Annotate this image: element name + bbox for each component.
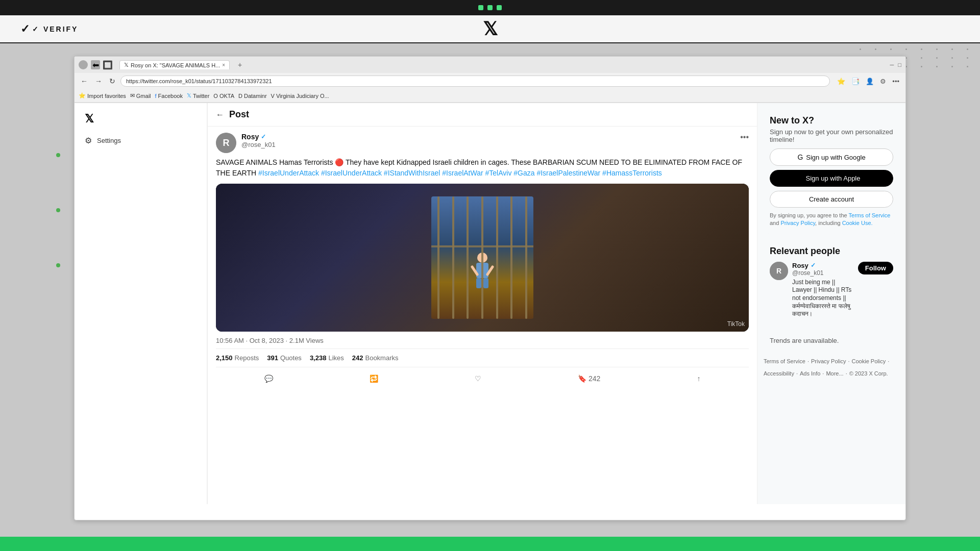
facebook-label: Facebook	[158, 93, 183, 99]
nav-refresh-btn[interactable]: ↻	[107, 76, 117, 86]
import-icon: ⭐	[79, 92, 86, 99]
relevant-people-section: Relevant people R Rosy ✓ @rose_k01	[764, 240, 899, 324]
bookmark-facebook[interactable]: f Facebook	[155, 93, 183, 99]
dataminr-label: Dataminr	[244, 93, 267, 99]
nav-forward-btn[interactable]: →	[93, 76, 104, 86]
more-icon[interactable]: •••	[890, 77, 901, 86]
verify-check-icon: ✓	[20, 22, 30, 36]
virginia-label: Virginia Judiciary O...	[276, 93, 329, 99]
settings-gear-icon: ⚙	[85, 136, 92, 145]
settings-icon[interactable]: ⚙	[878, 77, 888, 86]
tweet-more-btn[interactable]: •••	[740, 133, 749, 142]
footer-cookie-link[interactable]: Cookie Policy	[852, 357, 886, 367]
footer-privacy-link[interactable]: Privacy Policy	[811, 357, 846, 367]
browser-profile-avatar	[79, 60, 88, 69]
relevant-person-name[interactable]: Rosy ✓	[792, 262, 854, 269]
tab-close-btn[interactable]: ×	[222, 62, 225, 68]
follow-button[interactable]: Follow	[858, 262, 893, 274]
tweet-reposts-stat[interactable]: 2,150 Reposts	[216, 354, 259, 362]
gmail-icon: ✉	[130, 92, 135, 99]
terms-of-service-link[interactable]: Terms of Service	[849, 212, 891, 218]
tweet-bookmarks-stat[interactable]: 242 Bookmarks	[352, 354, 399, 362]
new-tab-btn[interactable]: +	[235, 60, 245, 70]
browser-active-tab[interactable]: 𝕏 Rosy on X: "SAVAGE ANIMALS H... ×	[119, 60, 230, 69]
bookmarks-bar: ⭐ Import favorites ✉ Gmail f Facebook 𝕏 …	[75, 89, 905, 103]
bookmark-import-favorites[interactable]: ⭐ Import favorites	[79, 92, 126, 99]
bookmark-icon[interactable]: 📑	[849, 77, 862, 86]
address-bar[interactable]: https://twitter.com/rose_k01/status/1711…	[120, 76, 830, 87]
relevant-person-bio: Just being me || Lawyer || Hindu || RTs …	[792, 279, 854, 318]
bookmark-action-btn[interactable]: 🔖 242	[573, 371, 605, 386]
settings-label: Settings	[97, 137, 121, 144]
bookmark-dataminr[interactable]: D Dataminr	[238, 93, 267, 99]
tweet-container: R Rosy ✓ @rose_k01 ••• SAVAGE ANIMALS Ha…	[208, 127, 757, 396]
twitter-footer-links: Terms of Service · Privacy Policy · Cook…	[764, 357, 899, 379]
top-bar-dot-2	[487, 5, 493, 10]
relevant-person-info: Rosy ✓ @rose_k01 Just being me || Lawyer…	[792, 262, 854, 318]
gmail-label: Gmail	[136, 93, 151, 99]
footer-ads-link[interactable]: Ads Info	[800, 369, 820, 379]
relevant-verified-badge: ✓	[811, 262, 816, 269]
tweet-hashtags[interactable]: #IsraelUnderAttack #IsraelUnderAttack #I…	[258, 169, 662, 177]
import-label: Import favorites	[87, 93, 126, 99]
tiktok-watermark: TikTok	[727, 320, 745, 328]
repost-icon: 🔁	[370, 374, 378, 383]
twitter-sidebar: 𝕏 ⚙ Settings	[75, 103, 207, 504]
bookmark-count: 242	[589, 374, 600, 383]
relevant-person-row: R Rosy ✓ @rose_k01 Just being me || Lawy…	[770, 262, 893, 318]
signup-terms-text: By signing up, you agree to the Terms of…	[770, 212, 893, 228]
cookie-use-link[interactable]: Cookie Use.	[842, 220, 873, 226]
bookmark-okta[interactable]: O OKTA	[213, 93, 234, 99]
privacy-policy-link[interactable]: Privacy Policy	[780, 220, 815, 226]
tweet-author-avatar[interactable]: R	[216, 133, 236, 153]
verify-logo: ✓ ✓ VERIFY	[20, 22, 78, 36]
tweet-views: 2.1M Views	[289, 337, 324, 344]
tweet-text-body: SAVAGE ANIMALS Hamas Terrorists 🔴 They h…	[216, 157, 749, 179]
share-action-btn[interactable]: ↑	[692, 371, 705, 386]
browser-btn-1[interactable]: ⬅	[91, 60, 100, 69]
profile-icon[interactable]: 👤	[864, 77, 876, 86]
footer-accessibility-link[interactable]: Accessibility	[764, 369, 794, 379]
bookmark-twitter[interactable]: 𝕏 Twitter	[187, 92, 209, 99]
repost-action-btn[interactable]: 🔁	[364, 371, 383, 386]
tweet-media-image[interactable]: TikTok	[216, 184, 749, 332]
twitter-main-content: ← Post R Rosy ✓	[207, 103, 757, 504]
tweet-likes-stat[interactable]: 3,238 Likes	[310, 354, 344, 362]
bookmark-gmail[interactable]: ✉ Gmail	[130, 92, 151, 99]
cage-bars	[431, 196, 533, 319]
create-account-btn[interactable]: Create account	[770, 191, 893, 208]
like-action-btn[interactable]: ♡	[470, 371, 486, 386]
new-to-x-section: New to X? Sign up now to get your own pe…	[764, 109, 899, 234]
reply-action-btn[interactable]: 💬	[259, 371, 278, 386]
heart-icon: ♡	[475, 374, 481, 383]
nav-icons: ⭐ 📑 👤 ⚙ •••	[835, 77, 901, 86]
tweet-quotes-stat[interactable]: 391 Quotes	[267, 354, 302, 362]
bottom-green-bar	[0, 537, 980, 551]
browser-btn-2[interactable]: 🔲	[103, 60, 112, 69]
nav-back-btn[interactable]: ←	[79, 76, 90, 86]
tab-favicon: 𝕏	[124, 62, 129, 68]
signup-apple-btn[interactable]: Sign up with Apple	[770, 170, 893, 187]
google-icon: G	[797, 153, 803, 161]
tweet-author-name[interactable]: Rosy ✓	[241, 133, 735, 141]
browser-window: ⬅ 🔲 𝕏 Rosy on X: "SAVAGE ANIMALS H... × …	[74, 56, 906, 520]
reply-icon: 💬	[264, 374, 273, 383]
relevant-person-handle[interactable]: @rose_k01	[792, 269, 854, 277]
sidebar-settings-item[interactable]: ⚙ Settings	[80, 132, 202, 149]
bookmark-virginia[interactable]: V Virginia Judiciary O...	[271, 93, 329, 99]
relevant-person-avatar[interactable]: R	[770, 262, 788, 280]
footer-copyright: © 2023 X Corp.	[849, 369, 888, 379]
twitter-icon: 𝕏	[187, 92, 191, 99]
extensions-icon[interactable]: ⭐	[835, 77, 847, 86]
window-maximize-btn[interactable]: □	[898, 62, 901, 68]
footer-terms-link[interactable]: Terms of Service	[764, 357, 805, 367]
footer-more-link[interactable]: More...	[826, 369, 843, 379]
verify-header: ✓ ✓ VERIFY 𝕏	[0, 15, 980, 43]
twitter-x-logo[interactable]: 𝕏	[80, 108, 202, 130]
signup-google-btn[interactable]: G Sign up with Google	[770, 148, 893, 166]
window-minimize-btn[interactable]: ─	[890, 62, 894, 68]
tweet-author-handle[interactable]: @rose_k01	[241, 141, 735, 148]
virginia-icon: V	[271, 93, 275, 99]
back-button[interactable]: ←	[216, 110, 224, 119]
browser-chrome: ⬅ 🔲 𝕏 Rosy on X: "SAVAGE ANIMALS H... × …	[75, 57, 905, 103]
